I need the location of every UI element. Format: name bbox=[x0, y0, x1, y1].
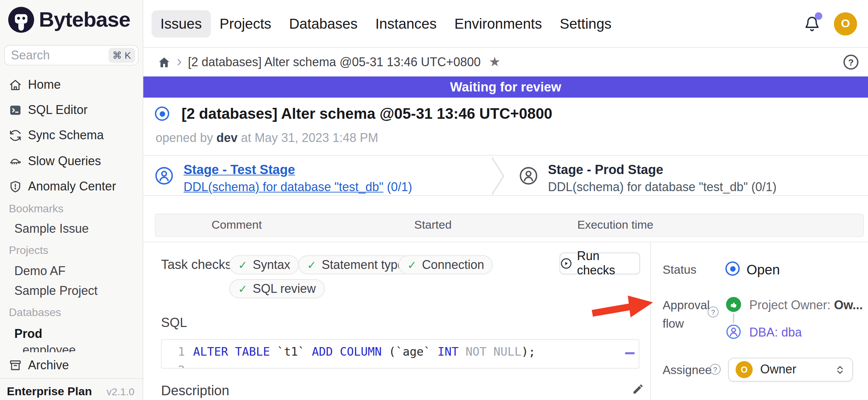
content-divider bbox=[143, 242, 868, 242]
notifications-button[interactable] bbox=[804, 15, 820, 32]
sql-fold-indicator[interactable] bbox=[625, 352, 635, 354]
breadcrumb-home-icon[interactable] bbox=[158, 56, 171, 69]
tab-databases[interactable]: Databases bbox=[280, 10, 366, 37]
issue-status-icon bbox=[155, 106, 169, 121]
turtle-icon bbox=[9, 155, 22, 168]
sql-code: ALTER TABLE `t1` ADD COLUMN (`age` INT N… bbox=[193, 345, 535, 358]
help-icon[interactable]: ? bbox=[843, 55, 858, 70]
stage-person-icon bbox=[519, 167, 538, 185]
stage-name[interactable]: Stage - Prod Stage bbox=[548, 162, 777, 177]
sidebar-item-anomaly-center[interactable]: Anomaly Center bbox=[0, 175, 143, 197]
line-number: 2 bbox=[162, 363, 193, 369]
status-label: Status bbox=[663, 263, 696, 277]
sidebar-section-bookmarks: Bookmarks bbox=[9, 203, 63, 215]
sidebar-item-employee[interactable]: employee bbox=[23, 343, 76, 352]
check-icon: ✓ bbox=[307, 258, 316, 271]
bytebase-logo-icon[interactable] bbox=[8, 7, 34, 33]
nav-right-cluster: O bbox=[804, 12, 868, 35]
search-placeholder: Search bbox=[11, 48, 108, 62]
assignee-help-icon[interactable]: ? bbox=[710, 364, 721, 375]
sidebar-item-sync-schema[interactable]: Sync Schema bbox=[0, 124, 143, 146]
issue-author: dev bbox=[216, 131, 237, 145]
sidebar-item-prod[interactable]: Prod bbox=[14, 327, 42, 341]
star-icon[interactable]: ★ bbox=[489, 54, 501, 69]
shield-icon bbox=[9, 180, 22, 193]
tab-settings[interactable]: Settings bbox=[551, 10, 621, 37]
tab-issues[interactable]: Issues bbox=[151, 10, 211, 37]
archive-icon bbox=[9, 359, 22, 372]
column-comment: Comment bbox=[212, 214, 262, 236]
breadcrumb-separator: › bbox=[177, 52, 182, 70]
stage-name[interactable]: Stage - Test Stage bbox=[184, 162, 412, 177]
status-value: Open bbox=[747, 262, 780, 278]
check-sql-review[interactable]: ✓SQL review bbox=[229, 279, 325, 298]
check-connection[interactable]: ✓Connection bbox=[399, 255, 493, 274]
annotation-arrow bbox=[585, 290, 657, 321]
bytebase-issue-page: Bytebase Search ⌘ K Home SQL Editor bbox=[0, 0, 868, 400]
sidebar-section-databases: Databases bbox=[9, 306, 61, 319]
sql-editor[interactable]: 1 ALTER TABLE `t1` ADD COLUMN (`age` INT… bbox=[161, 339, 639, 369]
status-open-icon bbox=[725, 261, 740, 276]
assignee-select[interactable]: O Owner bbox=[728, 358, 853, 382]
brand-name: Bytebase bbox=[39, 8, 130, 32]
approval-dba-icon bbox=[726, 324, 741, 339]
sidebar-bottom-divider bbox=[0, 378, 143, 379]
approval-flow-label: Approval flow bbox=[663, 298, 710, 331]
breadcrumb: › [2 databases] Alter schema @05-31 13:4… bbox=[143, 48, 868, 76]
app-version: v2.1.0 bbox=[106, 386, 134, 397]
sync-icon bbox=[9, 129, 22, 142]
task-table-header: Comment Started Execution time bbox=[155, 214, 864, 237]
edit-pencil-icon[interactable] bbox=[631, 382, 645, 396]
sidebar-item-sample-project[interactable]: Sample Project bbox=[14, 284, 98, 298]
play-circle-icon bbox=[560, 257, 572, 270]
sidebar-item-slow-queries[interactable]: Slow Queries bbox=[0, 150, 143, 172]
pipeline-stages: Stage - Test Stage DDL(schema) for datab… bbox=[143, 155, 868, 196]
approval-approved-icon bbox=[726, 297, 741, 312]
check-syntax[interactable]: ✓Syntax bbox=[229, 255, 299, 274]
sidebar-section-projects: Projects bbox=[9, 244, 48, 257]
avatar[interactable]: O bbox=[834, 12, 857, 35]
stage-task[interactable]: DDL(schema) for database "test_db" (0/1) bbox=[548, 180, 777, 195]
check-statement-type[interactable]: ✓Statement type bbox=[298, 255, 413, 274]
column-started: Started bbox=[414, 214, 452, 236]
breadcrumb-issue-name[interactable]: [2 databases] Alter schema @05-31 13:46 … bbox=[188, 55, 481, 69]
approval-help-icon[interactable]: ? bbox=[708, 306, 719, 317]
sidebar-item-sample-issue[interactable]: Sample Issue bbox=[14, 222, 89, 236]
run-checks-button[interactable]: Run checks bbox=[560, 253, 640, 274]
stage-task[interactable]: DDL(schema) for database "test_db" (0/1) bbox=[184, 180, 412, 195]
stage-separator bbox=[490, 156, 506, 196]
description-label: Description bbox=[161, 383, 229, 399]
status-banner: Waiting for review bbox=[143, 76, 868, 98]
tab-instances[interactable]: Instances bbox=[366, 10, 446, 37]
issue-title: [2 databases] Alter schema @05-31 13:46 … bbox=[182, 105, 552, 123]
approval-connector bbox=[733, 313, 734, 323]
sidebar-item-home[interactable]: Home bbox=[0, 74, 143, 96]
column-execution-time: Execution time bbox=[577, 214, 653, 236]
sql-label: SQL bbox=[161, 315, 187, 330]
sidebar-item-demo-af[interactable]: Demo AF bbox=[14, 264, 66, 278]
check-icon: ✓ bbox=[238, 258, 247, 271]
line-number: 1 bbox=[162, 345, 193, 358]
check-icon: ✓ bbox=[238, 282, 247, 295]
top-navigation: Issues Projects Databases Instances Envi… bbox=[143, 0, 868, 48]
task-checks-label: Task checks bbox=[161, 257, 232, 272]
sidebar-item-sql-editor[interactable]: SQL Editor bbox=[0, 99, 143, 121]
issue-byline: opened by dev at May 31, 2023 1:48 PM bbox=[156, 131, 378, 145]
tab-projects[interactable]: Projects bbox=[211, 10, 280, 37]
plan-row: Enterprise Plan v2.1.0 bbox=[0, 383, 143, 400]
home-icon bbox=[9, 78, 22, 91]
search-input[interactable]: Search ⌘ K bbox=[4, 45, 139, 66]
approval-step-1: Project Owner: Ow... bbox=[749, 298, 863, 313]
assignee-value: Owner bbox=[760, 362, 835, 377]
approval-step-2[interactable]: DBA: dba bbox=[749, 326, 802, 340]
assignee-label: Assignee bbox=[663, 363, 712, 377]
check-icon: ✓ bbox=[407, 258, 417, 271]
sql-editor-icon bbox=[9, 103, 22, 116]
select-chevrons-icon bbox=[835, 363, 845, 376]
plan-name: Enterprise Plan bbox=[7, 385, 106, 398]
tab-environments[interactable]: Environments bbox=[446, 10, 551, 37]
panel-divider bbox=[650, 242, 651, 400]
sql-line-1: 1 ALTER TABLE `t1` ADD COLUMN (`age` INT… bbox=[162, 345, 639, 358]
sidebar-item-archive[interactable]: Archive bbox=[0, 354, 143, 376]
sidebar: Bytebase Search ⌘ K Home SQL Editor bbox=[0, 0, 143, 400]
